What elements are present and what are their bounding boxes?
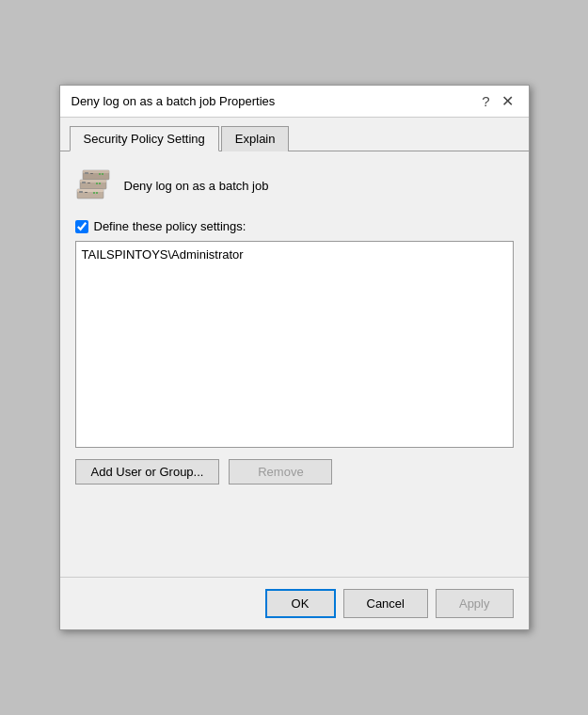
apply-button[interactable]: Apply — [436, 589, 514, 618]
svg-point-16 — [93, 192, 95, 194]
define-policy-checkbox[interactable] — [75, 220, 88, 233]
title-bar: Deny log on as a batch job Properties ? … — [60, 86, 529, 118]
svg-point-13 — [102, 173, 103, 175]
help-button[interactable]: ? — [482, 93, 489, 109]
svg-point-17 — [96, 192, 98, 194]
svg-point-14 — [96, 183, 98, 184]
properties-dialog: Deny log on as a batch job Properties ? … — [59, 85, 530, 630]
dialog-title: Deny log on as a batch job Properties — [72, 94, 276, 108]
dialog-footer: OK Cancel Apply — [60, 577, 529, 629]
action-buttons: Add User or Group... Remove — [75, 459, 514, 485]
server-icon — [75, 167, 113, 204]
tab-bar: Security Policy Setting Explain — [60, 118, 529, 151]
remove-button[interactable]: Remove — [229, 459, 332, 485]
define-policy-row: Define these policy settings: — [75, 219, 514, 233]
close-button[interactable]: ✕ — [498, 94, 517, 109]
cancel-button[interactable]: Cancel — [343, 589, 428, 618]
svg-rect-7 — [87, 183, 90, 183]
tab-explain[interactable]: Explain — [221, 126, 290, 151]
title-controls: ? ✕ — [482, 93, 516, 109]
svg-rect-11 — [85, 192, 87, 193]
svg-rect-2 — [85, 172, 88, 174]
tab-content: Deny log on as a batch job Define these … — [60, 151, 529, 577]
user-list-item[interactable]: TAILSPINTOYS\Administrator — [80, 246, 509, 263]
svg-rect-6 — [82, 182, 86, 183]
svg-rect-3 — [90, 173, 93, 174]
svg-point-12 — [99, 173, 101, 175]
add-user-button[interactable]: Add User or Group... — [75, 459, 220, 485]
define-policy-label[interactable]: Define these policy settings: — [94, 219, 246, 233]
policy-title: Deny log on as a batch job — [124, 179, 269, 193]
svg-rect-10 — [79, 191, 83, 193]
tab-security-policy[interactable]: Security Policy Setting — [70, 126, 219, 151]
svg-point-15 — [99, 183, 101, 184]
policy-header: Deny log on as a batch job — [75, 167, 514, 204]
users-list-container[interactable]: TAILSPINTOYS\Administrator — [75, 241, 514, 448]
ok-button[interactable]: OK — [265, 589, 336, 618]
